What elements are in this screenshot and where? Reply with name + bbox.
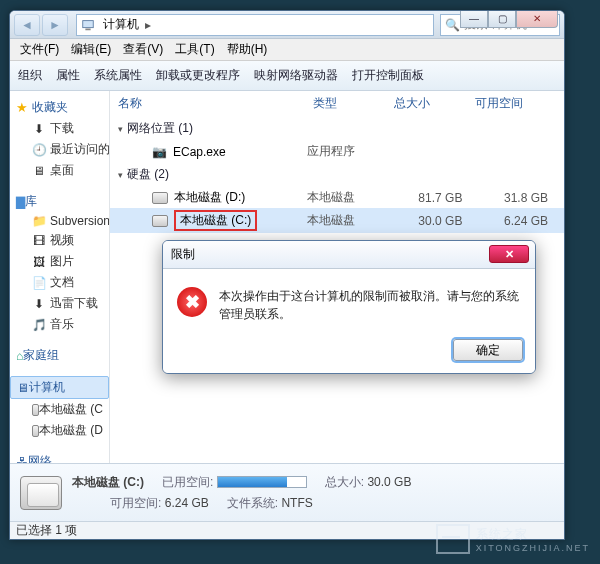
command-bar: 组织 属性 系统属性 卸载或更改程序 映射网络驱动器 打开控制面板 [10, 61, 564, 91]
close-button[interactable]: ✕ [516, 10, 558, 28]
search-icon: 🔍 [445, 18, 460, 32]
computer-icon [81, 18, 95, 32]
breadcrumb-computer[interactable]: 计算机 [99, 16, 143, 33]
network-icon: 🖧 [16, 455, 28, 464]
tool-map-drive[interactable]: 映射网络驱动器 [254, 67, 338, 84]
tree-favorites[interactable]: ★收藏夹 [10, 97, 109, 118]
homegroup-icon: ⌂ [16, 349, 23, 363]
exe-icon: 📷 [152, 145, 167, 159]
tree-pictures[interactable]: 🖼图片 [10, 251, 109, 272]
dialog-titlebar[interactable]: 限制 ✕ [163, 241, 535, 269]
item-disk-d[interactable]: 本地磁盘 (D:) 本地磁盘 81.7 GB 31.8 GB [110, 187, 564, 208]
tree-recent[interactable]: 🕘最近访问的 [10, 139, 109, 160]
menu-bar: 文件(F) 编辑(E) 查看(V) 工具(T) 帮助(H) [10, 39, 564, 61]
fs-label: 文件系统: [227, 496, 278, 510]
chevron-right-icon[interactable]: ▸ [143, 18, 153, 32]
details-pane: 本地磁盘 (C:) 已用空间: 总大小: 30.0 GB pad 可用空间: 6… [10, 463, 564, 521]
collapse-icon[interactable]: ▾ [118, 170, 123, 180]
tool-organize[interactable]: 组织 [18, 67, 42, 84]
document-icon: 📄 [32, 276, 46, 290]
dialog-message: 本次操作由于这台计算机的限制而被取消。请与您的系统管理员联系。 [219, 287, 521, 323]
col-type[interactable]: 类型 [313, 95, 394, 112]
space-bar [217, 476, 307, 488]
tree-subversion[interactable]: 📁Subversion [10, 212, 109, 230]
item-ecap[interactable]: 📷ECap.exe 应用程序 [110, 141, 564, 162]
restriction-dialog: 限制 ✕ ✖ 本次操作由于这台计算机的限制而被取消。请与您的系统管理员联系。 确… [162, 240, 536, 374]
tool-properties[interactable]: 属性 [56, 67, 80, 84]
dialog-title: 限制 [171, 246, 195, 263]
tool-uninstall[interactable]: 卸载或更改程序 [156, 67, 240, 84]
menu-help[interactable]: 帮助(H) [221, 39, 274, 60]
collapse-icon[interactable]: ▾ [118, 124, 123, 134]
nav-tree: ★收藏夹 ⬇下载 🕘最近访问的 🖥桌面 ▇库 📁Subversion 🎞视频 🖼… [10, 91, 110, 463]
svg-rect-0 [83, 20, 94, 27]
tool-system-props[interactable]: 系统属性 [94, 67, 142, 84]
disk-icon [32, 425, 39, 437]
group-hard-disk[interactable]: ▾硬盘 (2) [110, 162, 564, 187]
ok-button[interactable]: 确定 [453, 339, 523, 361]
tree-network[interactable]: 🖧网络 [10, 451, 109, 463]
computer-icon: 🖥 [17, 381, 29, 395]
status-text: 已选择 1 项 [16, 522, 77, 539]
video-icon: 🎞 [32, 234, 46, 248]
minimize-button[interactable]: — [460, 10, 488, 28]
download-icon: ⬇ [32, 297, 46, 311]
nav-forward-button[interactable]: ► [42, 14, 68, 36]
watermark-brand: 系统之家 [476, 527, 528, 541]
dialog-close-button[interactable]: ✕ [489, 245, 529, 263]
picture-icon: 🖼 [32, 255, 46, 269]
svg-rect-1 [85, 28, 90, 30]
music-icon: 🎵 [32, 318, 46, 332]
folder-icon: 📁 [32, 214, 46, 228]
total-label: 总大小: [325, 475, 364, 489]
item-disk-c[interactable]: 本地磁盘 (C:) 本地磁盘 30.0 GB 6.24 GB [110, 208, 564, 233]
address-bar[interactable]: 计算机 ▸ [76, 14, 434, 36]
col-name[interactable]: 名称 [118, 95, 313, 112]
tree-videos[interactable]: 🎞视频 [10, 230, 109, 251]
library-icon: ▇ [16, 195, 25, 209]
tree-xunlei[interactable]: ⬇迅雷下载 [10, 293, 109, 314]
details-title: 本地磁盘 (C:) [72, 474, 144, 491]
tree-desktop[interactable]: 🖥桌面 [10, 160, 109, 181]
menu-view[interactable]: 查看(V) [117, 39, 169, 60]
disk-icon [152, 192, 168, 204]
download-icon: ⬇ [32, 122, 46, 136]
watermark-logo-icon [436, 524, 470, 554]
tree-documents[interactable]: 📄文档 [10, 272, 109, 293]
total-value: 30.0 GB [367, 475, 411, 489]
disk-icon [32, 404, 39, 416]
tree-local-d[interactable]: 本地磁盘 (D [10, 420, 109, 441]
disk-icon [152, 215, 168, 227]
menu-file[interactable]: 文件(F) [14, 39, 65, 60]
used-label: 已用空间: [162, 475, 213, 489]
col-total[interactable]: 总大小 [394, 95, 475, 112]
fs-value: NTFS [281, 496, 312, 510]
menu-edit[interactable]: 编辑(E) [65, 39, 117, 60]
watermark: 系统之家 XITONGZHIJIA.NET [436, 524, 590, 554]
free-label: 可用空间: [110, 496, 161, 510]
tree-downloads[interactable]: ⬇下载 [10, 118, 109, 139]
error-icon: ✖ [177, 287, 207, 317]
column-headers: 名称 类型 总大小 可用空间 [110, 91, 564, 116]
tree-local-c[interactable]: 本地磁盘 (C [10, 399, 109, 420]
tool-control-panel[interactable]: 打开控制面板 [352, 67, 424, 84]
col-free[interactable]: 可用空间 [475, 95, 556, 112]
window-controls: — ▢ ✕ [460, 10, 558, 28]
maximize-button[interactable]: ▢ [488, 10, 516, 28]
tree-homegroup[interactable]: ⌂家庭组 [10, 345, 109, 366]
nav-back-button[interactable]: ◄ [14, 14, 40, 36]
desktop-icon: 🖥 [32, 164, 46, 178]
free-value: 6.24 GB [165, 496, 209, 510]
recent-icon: 🕘 [32, 143, 46, 157]
tree-libraries[interactable]: ▇库 [10, 191, 109, 212]
star-icon: ★ [16, 100, 28, 115]
tree-music[interactable]: 🎵音乐 [10, 314, 109, 335]
tree-computer[interactable]: 🖥计算机 [10, 376, 109, 399]
watermark-url: XITONGZHIJIA.NET [476, 543, 590, 553]
disk-large-icon [20, 476, 62, 510]
menu-tools[interactable]: 工具(T) [169, 39, 220, 60]
group-network-loc[interactable]: ▾网络位置 (1) [110, 116, 564, 141]
